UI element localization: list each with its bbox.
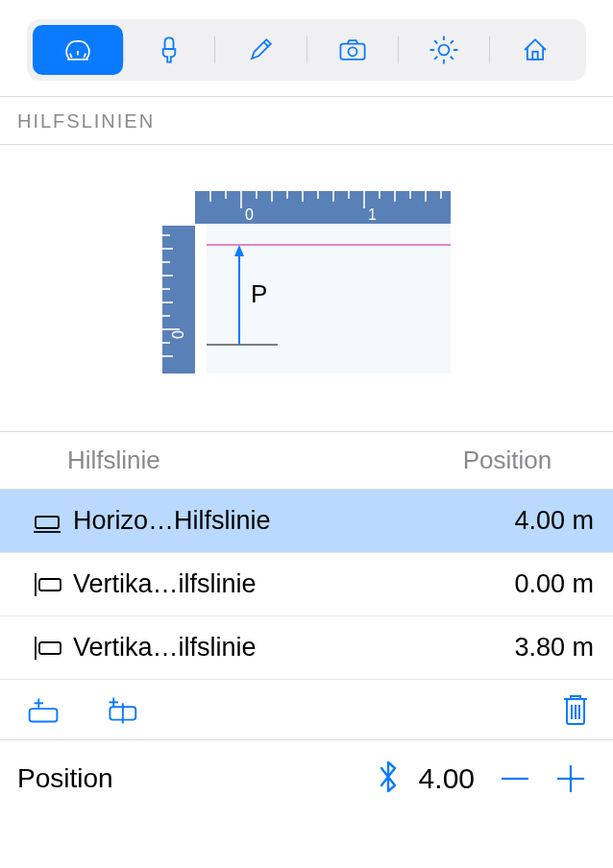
svg-rect-24: [162, 226, 195, 374]
position-value[interactable]: 4.00: [419, 762, 475, 795]
tool-camera[interactable]: [307, 25, 398, 75]
guide-diagram-svg: 0 1 0 P: [162, 191, 451, 374]
svg-rect-47: [30, 709, 58, 721]
vertical-guide-icon: [27, 571, 67, 598]
guide-name: Vertika…ilfslinie: [67, 633, 514, 663]
toolbar-inner: [27, 19, 586, 81]
svg-rect-0: [340, 44, 364, 60]
svg-text:P: P: [251, 279, 267, 308]
svg-rect-46: [39, 642, 61, 654]
svg-rect-5: [195, 191, 451, 224]
svg-point-2: [438, 45, 449, 56]
guide-position: 0.00 m: [514, 569, 594, 599]
svg-text:0: 0: [170, 330, 186, 339]
decrement-button[interactable]: [492, 756, 538, 802]
delete-guide-button[interactable]: [559, 689, 592, 732]
col-name-header: Hilfslinie: [67, 446, 421, 475]
guide-position: 4.00 m: [514, 506, 594, 536]
tool-house[interactable]: [490, 25, 580, 75]
tool-pencil[interactable]: [215, 25, 306, 75]
tool-ruler[interactable]: [33, 25, 123, 75]
position-stepper: [492, 756, 594, 802]
guides-table: Hilfslinie Position Horizo…Hilfslinie4.0…: [0, 431, 613, 680]
increment-button[interactable]: [548, 756, 594, 802]
svg-rect-44: [39, 579, 61, 591]
guide-name: Horizo…Hilfslinie: [67, 506, 514, 536]
col-position-header: Position: [421, 446, 594, 475]
tool-sun[interactable]: [399, 25, 489, 75]
svg-text:1: 1: [368, 206, 377, 223]
toolbar: [0, 0, 613, 96]
svg-rect-3: [532, 52, 537, 60]
bluetooth-icon[interactable]: [373, 758, 404, 800]
horizontal-guide-icon: [27, 508, 67, 535]
tool-paintbrush[interactable]: [124, 25, 214, 75]
guide-name: Vertika…ilfslinie: [67, 569, 514, 599]
vertical-guide-icon: [27, 635, 67, 662]
table-row[interactable]: Horizo…Hilfslinie4.00 m: [0, 490, 613, 553]
guide-position: 3.80 m: [514, 633, 594, 663]
svg-rect-41: [36, 517, 59, 528]
table-row[interactable]: Vertika…ilfslinie0.00 m: [0, 553, 613, 616]
actions-row: [0, 680, 613, 740]
section-title: HILFSLINIEN: [17, 110, 155, 132]
guide-diagram: 0 1 0 P: [0, 145, 613, 431]
svg-rect-4: [207, 224, 451, 374]
table-row[interactable]: Vertika…ilfslinie3.80 m: [0, 616, 613, 680]
svg-text:0: 0: [245, 206, 254, 223]
section-header: HILFSLINIEN: [0, 96, 613, 145]
position-label: Position: [17, 763, 113, 794]
position-editor: Position 4.00: [0, 740, 613, 802]
add-horizontal-guide-button[interactable]: [17, 689, 71, 732]
table-header: Hilfslinie Position: [0, 432, 613, 490]
svg-point-1: [348, 47, 356, 56]
add-vertical-guide-button[interactable]: [92, 689, 146, 732]
